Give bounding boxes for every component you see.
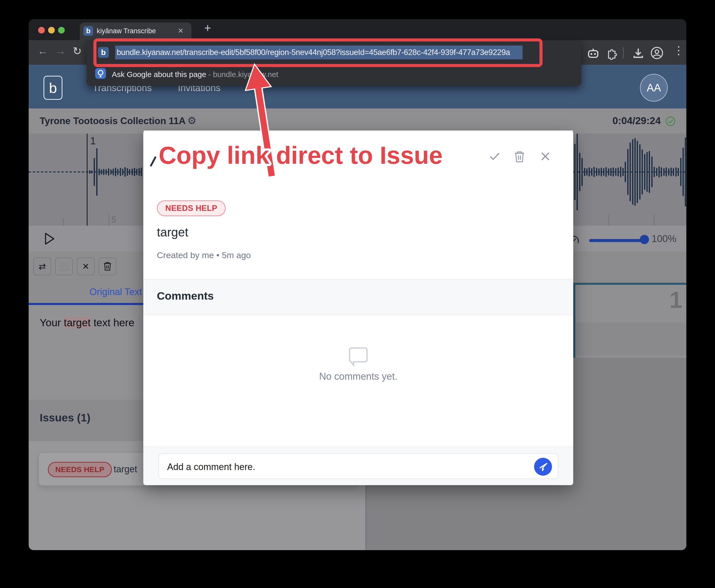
comments-heading: Comments [157,290,214,302]
comment-input-text[interactable]: Add a comment here. [167,462,255,472]
zoom-slider-thumb[interactable] [640,235,649,244]
loop-icon: ⇄ [39,261,46,272]
loop-button[interactable]: ⇄ [33,257,51,275]
annotation-url-highlight-rect [93,38,543,67]
region-number-label: 1 [90,135,96,147]
modal-title-fragment: a [173,152,180,165]
tab-favicon: b [83,26,93,36]
page-title-bar: Tyrone Tootoosis Collection 11A ⚙ 0:04/2… [29,108,686,134]
tab-close-icon[interactable]: ✕ [177,27,184,35]
play-button[interactable] [44,232,55,245]
issue-detail-modal: a NEEDS HELP target Created by me • 5m a… [143,130,573,485]
extensions-puzzle-icon[interactable] [605,46,618,60]
maximize-traffic-light[interactable] [58,27,65,34]
resolve-check-icon[interactable] [489,150,501,162]
modal-issue-title: target [157,225,188,239]
comment-bubble-icon [348,345,369,369]
browser-tab[interactable]: b kiyânaw Transcribe ✕ [80,22,191,40]
google-lens-icon [95,68,106,79]
issues-heading: Issues (1) [40,412,90,424]
suggestion-row[interactable]: Ask Google about this page - bundle.kiya… [112,70,278,79]
region-card-number: 1 [670,287,682,313]
tab-original-text[interactable]: Original Text [82,287,149,297]
minimize-traffic-light[interactable] [48,27,55,34]
saved-check-icon [665,115,676,127]
settings-gear-icon[interactable]: ⚙ [187,114,196,126]
close-traffic-light[interactable] [38,27,45,34]
delete-issue-trash-icon[interactable] [514,150,525,163]
zoom-slider-track[interactable] [589,239,646,242]
modal-status-badge: NEEDS HELP [157,201,226,216]
toolbar-separator [623,47,624,59]
tab-title: kiyânaw Transcribe [97,27,156,35]
issue-highlight[interactable]: target [64,317,90,329]
zoom-percent: 100% [652,233,676,244]
comment-footer: Add a comment here. [143,446,573,485]
no-comments-text: No comments yet. [143,371,573,382]
playhead-cursor[interactable] [87,133,87,226]
modal-header-divider [143,130,573,131]
new-tab-button[interactable]: + [204,23,211,33]
editor-sentence: Your target text here [40,317,134,329]
close-modal-icon[interactable] [540,150,551,162]
suggestion-domain: - bundle.kiyanaw.net [208,70,278,79]
modal-issue-meta: Created by me • 5m ago [157,250,251,260]
close-x-icon: ✕ [82,261,89,272]
playback-time: 0:04/29:24 [597,115,661,126]
screenshot-stage: b kiyânaw Transcribe ✕ + ← → ↻ [0,0,715,588]
app-logo[interactable]: b [43,76,62,100]
timeline-tick-right1 [608,214,609,226]
waveform-right[interactable] [573,133,686,226]
browser-window: b kiyânaw Transcribe ✕ + ← → ↻ [29,19,686,550]
issue-row-title: target [113,464,137,475]
delete-button[interactable] [99,257,117,275]
comments-section-header: Comments [143,279,573,315]
paper-plane-icon [534,458,552,476]
region-card-lower [575,322,686,356]
comment-input[interactable]: Add a comment here. [159,454,559,479]
modal-title-fragment-mark [150,156,156,167]
tab-strip: b kiyânaw Transcribe ✕ + [29,19,686,40]
page-title: Tyrone Tootoosis Collection 11A [40,115,186,126]
profile-icon[interactable] [650,46,664,60]
send-comment-button[interactable] [534,458,552,476]
forward-icon[interactable]: → [55,45,66,57]
reload-icon[interactable]: ↻ [73,45,82,57]
issue-status-badge: NEEDS HELP [48,462,112,477]
user-avatar[interactable]: AA [640,74,668,102]
region-card[interactable]: 1 [573,283,686,362]
timeline-label-5: 5 [111,214,116,225]
panel-divider [365,485,366,550]
warning-icon [59,262,69,271]
downloads-icon[interactable] [632,46,645,60]
back-icon[interactable]: ← [37,45,48,57]
timeline-tick [63,218,64,226]
clear-button[interactable]: ✕ [77,257,95,275]
timeline-tick-5 [109,214,109,226]
ai-robot-icon[interactable] [587,46,600,60]
timeline-tick-right2 [654,214,654,226]
trash-icon [103,261,112,271]
warning-button[interactable] [55,257,73,275]
menu-kebab-icon[interactable]: ⋮ [673,44,684,57]
